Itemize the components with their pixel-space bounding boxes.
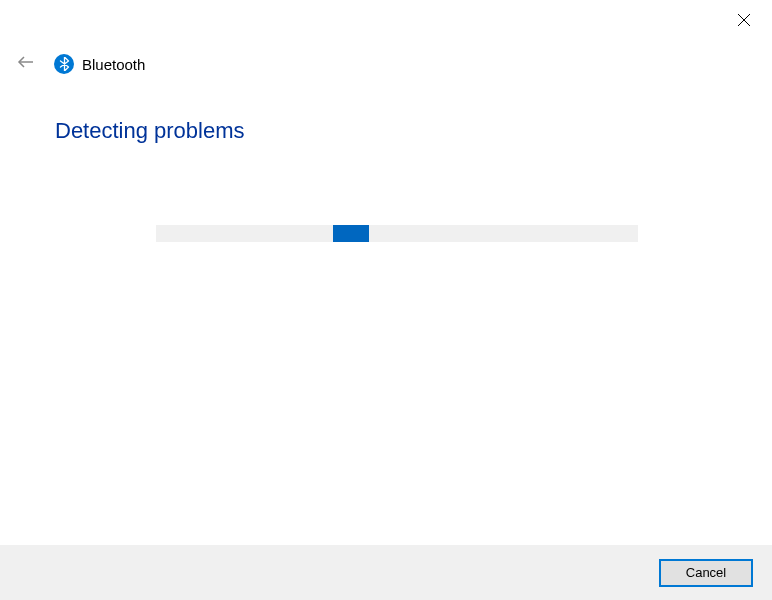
back-arrow-icon: [17, 53, 35, 75]
close-button[interactable]: [734, 12, 754, 32]
cancel-button[interactable]: Cancel: [660, 560, 752, 586]
bluetooth-icon: [54, 54, 74, 74]
footer: Cancel: [0, 545, 772, 600]
status-heading: Detecting problems: [55, 118, 245, 144]
close-icon: [737, 13, 751, 31]
page-title: Bluetooth: [82, 56, 145, 73]
progress-bar: [156, 225, 638, 242]
back-button[interactable]: [16, 54, 36, 74]
header: Bluetooth: [16, 54, 145, 74]
cancel-button-label: Cancel: [686, 565, 726, 580]
progress-indicator: [333, 225, 369, 242]
